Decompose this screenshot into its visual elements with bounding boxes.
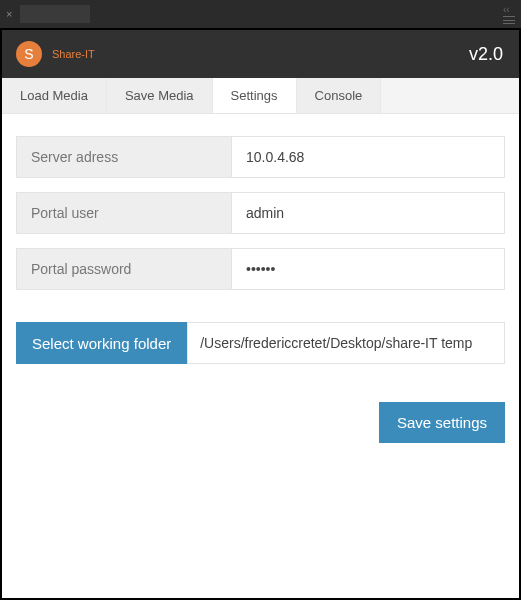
menu-icon[interactable] [503,16,515,24]
tab-settings[interactable]: Settings [213,78,297,113]
app-inner: S Share-IT v2.0 Load Media Save Media Se… [2,30,519,598]
label-server-address: Server adress [16,136,232,178]
app-frame: S Share-IT v2.0 Load Media Save Media Se… [0,28,521,600]
row-save: Save settings [16,402,505,443]
window-title-placeholder [20,5,90,23]
settings-panel: Server adress Portal user Portal passwor… [2,114,519,598]
input-portal-password[interactable] [232,248,505,290]
app-version: v2.0 [469,44,503,65]
label-portal-user: Portal user [16,192,232,234]
tab-load-media[interactable]: Load Media [2,78,107,113]
label-portal-password: Portal password [16,248,232,290]
save-settings-button[interactable]: Save settings [379,402,505,443]
app-badge-icon: S [16,41,42,67]
row-portal-user: Portal user [16,192,505,234]
select-folder-button[interactable]: Select working folder [16,322,187,364]
tab-bar: Load Media Save Media Settings Console [2,78,519,114]
tab-save-media[interactable]: Save Media [107,78,213,113]
input-portal-user[interactable] [232,192,505,234]
row-working-folder: Select working folder /Users/fredericcre… [16,322,505,364]
close-icon[interactable]: × [6,8,18,20]
window-controls-right: ‹‹ [503,4,515,24]
tab-console[interactable]: Console [297,78,382,113]
row-portal-password: Portal password [16,248,505,290]
row-server-address: Server adress [16,136,505,178]
input-server-address[interactable] [232,136,505,178]
window-titlebar: × ‹‹ [0,0,521,28]
app-header: S Share-IT v2.0 [2,30,519,78]
app-name: Share-IT [52,48,95,60]
working-folder-path: /Users/fredericcretet/Desktop/share-IT t… [187,322,505,364]
expand-icon[interactable]: ‹‹ [503,4,515,15]
